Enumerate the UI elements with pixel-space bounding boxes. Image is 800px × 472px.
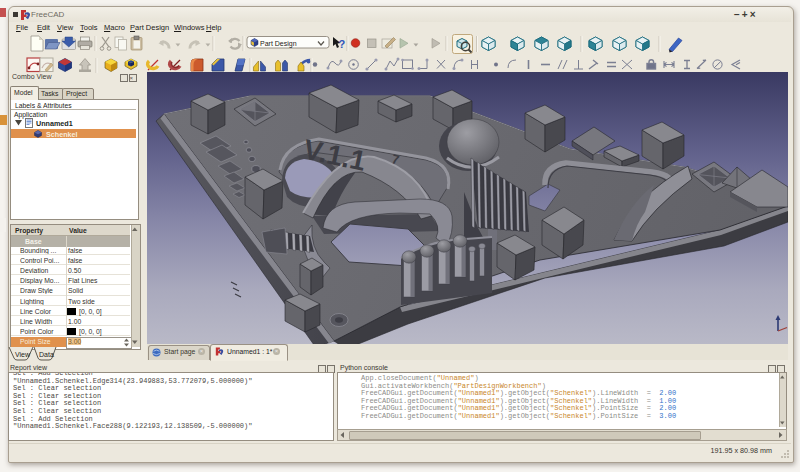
svg-text:Data: Data (39, 351, 54, 358)
svg-text:View: View (15, 351, 31, 358)
